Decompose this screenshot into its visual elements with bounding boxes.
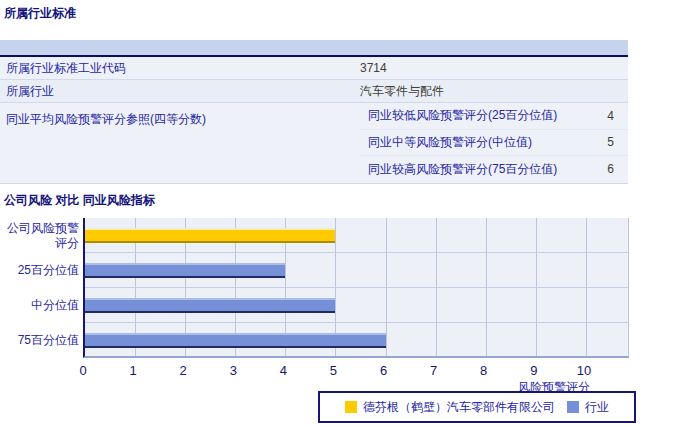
row-label: 所属行业 xyxy=(0,83,360,100)
legend-label: 德芬根（鹤壁）汽车零部件有限公司 xyxy=(363,399,555,416)
bar-3 xyxy=(85,333,386,348)
chart-plot-area xyxy=(83,218,629,358)
quartile-subrows: 同业较低风险预警评分(25百分位值) 4 同业中等风险预警评分(中位值) 5 同… xyxy=(360,103,628,183)
x-tick-label-6: 6 xyxy=(364,363,404,378)
industry-standard-table: 所属行业标准工业代码 3714 所属行业 汽车零件与配件 同业平均风险预警评分参… xyxy=(0,40,628,184)
subrow-medium-risk: 同业中等风险预警评分(中位值) 5 xyxy=(360,130,628,157)
subrow-value: 4 xyxy=(607,109,614,123)
category-band-1 xyxy=(85,253,628,288)
x-tick-label-8: 8 xyxy=(464,363,504,378)
category-band-3 xyxy=(85,323,628,358)
row-value: 汽车零件与配件 xyxy=(360,83,444,100)
category-band-2 xyxy=(85,288,628,323)
table-row-quartile-group: 同业平均风险预警评分参照(四等分数) 同业较低风险预警评分(25百分位值) 4 … xyxy=(0,103,628,184)
legend-item-1: 行业 xyxy=(567,399,609,416)
bar-1 xyxy=(85,263,285,278)
subrow-low-risk: 同业较低风险预警评分(25百分位值) 4 xyxy=(360,103,628,130)
subrow-label: 同业较高风险预警评分(75百分位值) xyxy=(368,161,557,178)
legend-item-0: 德芬根（鹤壁）汽车零部件有限公司 xyxy=(345,399,555,416)
x-tick-label-2: 2 xyxy=(163,363,203,378)
chart-legend: 德芬根（鹤壁）汽车零部件有限公司行业 xyxy=(318,391,636,423)
x-tick-label-7: 7 xyxy=(414,363,454,378)
row-value: 3714 xyxy=(360,61,387,75)
x-tick-label-9: 9 xyxy=(514,363,554,378)
x-tick-label-0: 0 xyxy=(63,363,103,378)
x-tick-label-1: 1 xyxy=(113,363,153,378)
legend-swatch-icon xyxy=(567,401,579,413)
row-label: 所属行业标准工业代码 xyxy=(0,60,360,77)
x-tick-label-5: 5 xyxy=(313,363,353,378)
group-label: 同业平均风险预警评分参照(四等分数) xyxy=(0,103,360,183)
section-title-industry-standard: 所属行业标准 xyxy=(4,5,76,22)
x-tick-label-10: 10 xyxy=(564,363,604,378)
y-axis-label-3: 75百分位值 xyxy=(0,323,79,358)
subrow-value: 6 xyxy=(607,162,614,176)
subrow-high-risk: 同业较高风险预警评分(75百分位值) 6 xyxy=(360,156,628,183)
y-axis-label-0: 公司风险预警 评分 xyxy=(0,218,79,253)
chart-y-axis-labels: 公司风险预警 评分25百分位值中分位值75百分位值 xyxy=(0,218,79,358)
bar-2 xyxy=(85,298,335,313)
subrow-value: 5 xyxy=(607,135,614,149)
risk-comparison-bar-chart: 公司风险预警 评分25百分位值中分位值75百分位值 风险预警评分 德芬根（鹤壁）… xyxy=(0,218,686,427)
subrow-label: 同业较低风险预警评分(25百分位值) xyxy=(368,107,557,124)
category-band-0 xyxy=(85,218,628,253)
x-tick-label-3: 3 xyxy=(213,363,253,378)
y-axis-label-2: 中分位值 xyxy=(0,288,79,323)
table-row-industry: 所属行业 汽车零件与配件 xyxy=(0,80,628,103)
table-row-industry-code: 所属行业标准工业代码 3714 xyxy=(0,57,628,80)
section-title-risk-comparison: 公司风险 对比 同业风险指标 xyxy=(4,192,155,209)
y-axis-label-1: 25百分位值 xyxy=(0,253,79,288)
table-header-band xyxy=(0,40,628,57)
legend-label: 行业 xyxy=(585,399,609,416)
subrow-label: 同业中等风险预警评分(中位值) xyxy=(368,134,532,151)
industry-standard-report-page: 所属行业标准 所属行业标准工业代码 3714 所属行业 汽车零件与配件 同业平均… xyxy=(0,0,686,427)
bar-0 xyxy=(85,228,335,243)
x-tick-label-4: 4 xyxy=(263,363,303,378)
legend-swatch-icon xyxy=(345,401,357,413)
